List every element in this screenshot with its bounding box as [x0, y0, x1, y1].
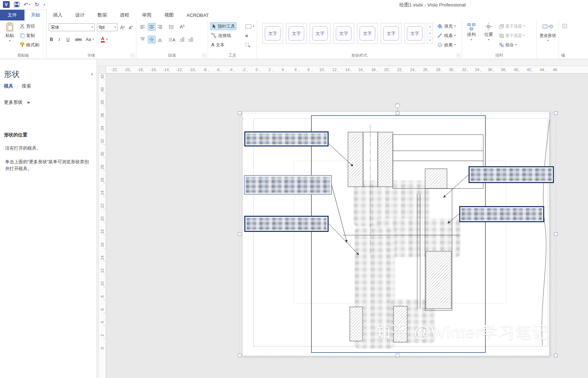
tab-view[interactable]: 视图 — [158, 10, 180, 20]
effects-icon — [437, 42, 443, 47]
gallery-scroll-up-button[interactable]: ▴ — [427, 23, 433, 30]
save-button[interactable] — [14, 2, 19, 7]
fill-button[interactable]: 填充▾ — [436, 22, 457, 30]
shape-style-item[interactable]: 文字 — [262, 23, 283, 44]
tab-stencils[interactable]: 模具 — [4, 83, 13, 89]
valign-bottom-button[interactable] — [156, 36, 164, 43]
bullets-button[interactable] — [168, 23, 175, 31]
format-painter-button[interactable]: 格式刷 — [19, 41, 40, 49]
text-tool-button[interactable]: A 文本 — [210, 41, 226, 49]
chevron-down-icon: ▾ — [114, 26, 116, 29]
vertical-ruler[interactable]: 424038363432302826242220181614121086420 — [98, 74, 106, 378]
tab-process[interactable]: 进程 — [113, 10, 136, 20]
tab-insert[interactable]: 插入 — [47, 10, 69, 20]
change-case-button[interactable]: Aa▾ — [85, 36, 95, 43]
decrease-font-button[interactable]: A▾ — [128, 23, 134, 31]
collapse-panel-chevron-icon[interactable]: ‹ — [91, 70, 93, 78]
text-direction-icon: A — [169, 37, 175, 42]
text-direction-button[interactable]: A — [168, 36, 177, 43]
align-left-icon — [140, 25, 145, 29]
increase-font-button[interactable]: A▴ — [119, 23, 126, 31]
line-pencil-icon — [437, 33, 443, 38]
stamp-tool-button[interactable] — [244, 41, 251, 49]
callout-shape[interactable] — [469, 166, 554, 183]
align-left-button[interactable] — [139, 23, 146, 31]
callout-shape[interactable] — [244, 131, 329, 146]
font-dialog-launcher[interactable]: ↘ — [130, 53, 135, 58]
position-button[interactable]: 位置 ▾ — [481, 20, 497, 41]
paragraph-dialog-launcher[interactable]: ↘ — [202, 53, 206, 58]
change-shape-button[interactable]: 更改形状 ▾ — [537, 21, 558, 42]
callout-shape[interactable] — [244, 175, 332, 195]
shape-style-item[interactable]: 文字 — [310, 23, 330, 44]
chevron-down-icon[interactable]: ▾ — [29, 3, 30, 6]
align-right-button[interactable] — [156, 23, 164, 31]
selection-handle[interactable] — [238, 112, 241, 115]
gallery-more-button[interactable]: ▾ — [427, 37, 433, 43]
callout-shape[interactable] — [244, 216, 329, 232]
bold-button[interactable]: B — [49, 36, 54, 43]
rotation-handle[interactable] — [395, 103, 400, 108]
shape-style-item[interactable]: 文字 — [357, 23, 378, 44]
undo-button[interactable]: ↶▾ — [24, 1, 30, 8]
gallery-scroll-down-button[interactable]: ▾ — [427, 30, 433, 37]
underline-button[interactable]: U — [65, 36, 71, 43]
font-color-button[interactable]: A▾ — [100, 36, 109, 43]
callout-shape[interactable] — [459, 206, 544, 222]
increase-indent-button[interactable] — [187, 36, 194, 43]
position-icon — [484, 22, 493, 31]
group-paragraph: A5 A 段落 ↘ — [136, 20, 208, 59]
shape-style-item[interactable]: 文字 — [404, 23, 425, 44]
pointer-tool-button[interactable]: 指针工具 — [210, 22, 236, 30]
tab-review[interactable]: 审阅 — [136, 10, 158, 20]
tab-search[interactable]: 搜索 — [22, 83, 31, 89]
chevron-down-icon: ▾ — [106, 38, 108, 41]
line-spacing-button[interactable]: A5 — [179, 23, 185, 31]
redo-button[interactable]: ↻ — [35, 1, 39, 8]
visio-app-icon[interactable]: V — [3, 1, 10, 8]
selection-handle[interactable] — [554, 112, 558, 115]
tab-home[interactable]: 开始 — [24, 10, 47, 20]
shape-style-item[interactable]: 文字 — [381, 23, 401, 44]
selection-handle[interactable] — [554, 354, 558, 357]
chevron-down-icon: ▾ — [488, 38, 489, 41]
tab-design[interactable]: 设计 — [69, 10, 91, 20]
horizontal-ruler[interactable]: -22-20-18-16-14-12-10-8-6-4-202468101214… — [106, 66, 588, 74]
bring-to-front-button[interactable]: 置于顶层▾ — [498, 22, 526, 30]
tab-acrobat[interactable]: ACROBAT — [180, 10, 215, 20]
selection-handle[interactable] — [238, 354, 241, 357]
effects-button[interactable]: 效果▾ — [436, 41, 457, 49]
group-arrange: 排列 ▾ 位置 ▾ 置于顶层▾ 置于底层▾ 组合▾ 排列 — [462, 20, 537, 59]
tab-data[interactable]: 数据 — [91, 10, 113, 20]
valign-top-button[interactable] — [139, 36, 146, 43]
align-center-button[interactable] — [148, 23, 156, 31]
selection-handle[interactable] — [238, 233, 241, 236]
arrange-button[interactable]: 排列 ▾ — [464, 20, 479, 41]
valign-middle-button[interactable] — [148, 36, 156, 43]
shape-style-item[interactable]: 文字 — [286, 23, 307, 44]
font-size-select[interactable]: 9pt▾ — [97, 23, 118, 31]
drawing-canvas[interactable]: 知乎 @Winter学习笔记 — [106, 74, 588, 378]
shape-styles-dialog-launcher[interactable]: ↘ — [456, 53, 460, 58]
qat-customize-button[interactable]: ▾ — [43, 3, 45, 6]
drawing-shape-tool-button[interactable]: ▾ — [244, 22, 255, 30]
italic-button[interactable]: I — [57, 36, 61, 43]
edit-partial-button[interactable] — [561, 22, 569, 30]
connector-tool-button[interactable]: 连接线 — [210, 32, 232, 39]
paste-button[interactable]: 粘贴 ▾ — [2, 20, 17, 42]
cut-button[interactable]: 剪切 — [19, 22, 36, 30]
connection-point-tool-button[interactable]: × — [244, 32, 249, 39]
more-shapes-menu[interactable]: 更多形状 ▶ — [4, 99, 30, 106]
tab-file[interactable]: 文件 — [0, 10, 24, 20]
ruler-corner — [98, 66, 106, 74]
send-to-back-button[interactable]: 置于底层▾ — [498, 32, 526, 39]
selection-handle[interactable] — [554, 233, 558, 236]
chevron-down-icon: ▾ — [9, 39, 10, 42]
strikethrough-button[interactable]: abc — [74, 36, 83, 43]
font-family-select[interactable]: 宋体▾ — [49, 23, 95, 31]
decrease-indent-button[interactable] — [179, 36, 186, 43]
line-button[interactable]: 线条▾ — [436, 32, 457, 39]
group-button[interactable]: 组合▾ — [498, 41, 518, 49]
copy-button[interactable]: 复制 — [19, 32, 36, 39]
shape-style-item[interactable]: 文字 — [333, 23, 354, 44]
